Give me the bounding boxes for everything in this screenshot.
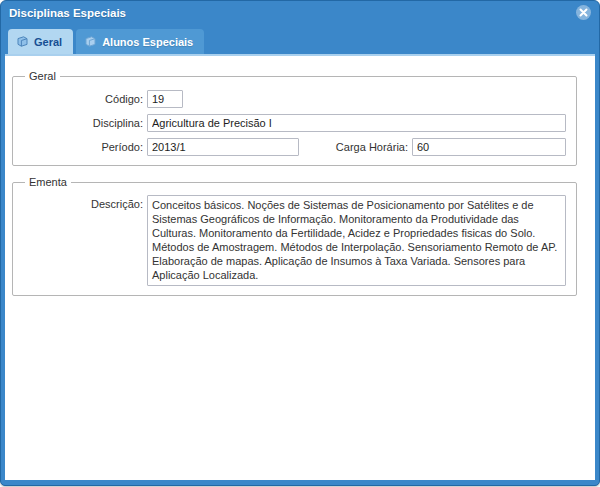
codigo-row: Código: xyxy=(21,89,566,108)
ementa-fieldset-legend: Ementa xyxy=(25,176,71,188)
periodo-label: Período: xyxy=(21,141,143,153)
geral-fieldset: Geral Código: Disciplina: Período: Carga… xyxy=(12,70,577,166)
book-icon xyxy=(84,35,97,48)
tab-geral-label: Geral xyxy=(34,36,62,48)
descricao-row: Descrição: Conceitos básicos. Noções de … xyxy=(21,195,566,286)
geral-fieldset-legend: Geral xyxy=(25,70,60,82)
disciplina-input[interactable] xyxy=(147,114,566,132)
carga-horaria-input[interactable] xyxy=(412,138,566,156)
codigo-label: Código: xyxy=(21,93,143,105)
window-title: Disciplinas Especiais xyxy=(9,7,126,19)
disciplina-label: Disciplina: xyxy=(21,117,143,129)
tab-alunos-especiais[interactable]: Alunos Especiais xyxy=(76,29,204,54)
tab-geral[interactable]: Geral xyxy=(8,29,73,54)
close-button[interactable] xyxy=(576,5,591,20)
ementa-fieldset: Ementa Descrição: Conceitos básicos. Noç… xyxy=(12,176,577,296)
periodo-carga-row: Período: Carga Horária: xyxy=(21,138,566,156)
tab-alunos-especiais-label: Alunos Especiais xyxy=(102,36,193,48)
tab-strip: Geral Alunos Especiais xyxy=(1,24,599,54)
close-icon xyxy=(579,8,588,17)
periodo-input[interactable] xyxy=(147,138,299,156)
descricao-label: Descrição: xyxy=(21,198,143,210)
book-icon xyxy=(16,35,29,48)
disciplina-row: Disciplina: xyxy=(21,114,566,132)
window-titlebar: Disciplinas Especiais xyxy=(1,1,599,24)
disciplinas-especiais-window: Disciplinas Especiais Geral xyxy=(0,0,600,486)
codigo-input[interactable] xyxy=(147,90,183,108)
descricao-textarea[interactable]: Conceitos básicos. Noções de Sistemas de… xyxy=(147,195,566,286)
tab-panel-geral: Geral Código: Disciplina: Período: Carga… xyxy=(5,54,595,480)
carga-horaria-label: Carga Horária: xyxy=(303,141,408,153)
